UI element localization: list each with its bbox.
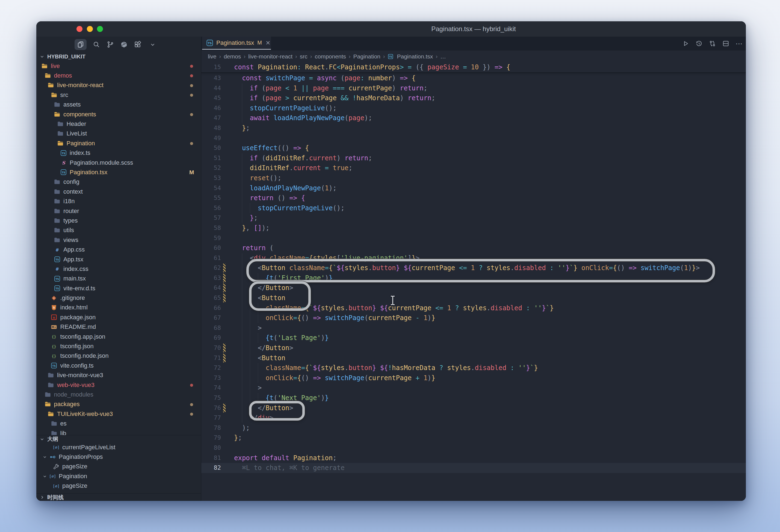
code-line-71[interactable]: 71 <Button <box>201 353 746 363</box>
tree-item[interactable]: 5index.html <box>36 303 201 312</box>
outline-item[interactable]: PaginationProps <box>36 452 201 462</box>
breadcrumb-item[interactable]: demos <box>224 53 241 60</box>
breadcrumb[interactable]: live›demos›live-monitor-react›src›compon… <box>201 51 746 62</box>
tree-item[interactable]: {}tsconfig.node.json <box>36 351 201 361</box>
code-line-43[interactable]: 43 const switchPage = async (page: numbe… <box>201 73 746 83</box>
history-icon[interactable] <box>695 40 703 47</box>
code-line-57[interactable]: 57 }; <box>201 213 746 223</box>
outline-tree[interactable]: [∅]currentPageLiveListPaginationPropspag… <box>36 442 201 493</box>
tree-item[interactable]: i18n <box>36 196 201 206</box>
tree-item[interactable]: Header <box>36 119 201 129</box>
open-changes-icon[interactable] <box>709 40 716 47</box>
tree-item[interactable]: #index.css <box>36 264 201 274</box>
code-line-72[interactable]: 72 className={`${styles.button} ${!hasMo… <box>201 363 746 373</box>
outline-item[interactable]: [∅]currentPageLiveList <box>36 442 201 452</box>
code-line-81[interactable]: 81export default Pagination; <box>201 453 746 463</box>
search-icon[interactable] <box>90 39 102 50</box>
tree-item[interactable]: Pagination <box>36 139 201 148</box>
tree-item[interactable]: utils <box>36 226 201 235</box>
more-views-chevron-icon[interactable] <box>147 39 159 50</box>
code-line-69[interactable]: 69 {t('Last Page')} <box>201 333 746 343</box>
tree-item[interactable]: live <box>36 61 201 71</box>
sticky-scroll-line[interactable]: 15const Pagination: React.FC<PaginationP… <box>201 62 746 73</box>
source-control-icon[interactable] <box>104 39 116 50</box>
tree-item[interactable]: SPagination.module.scss <box>36 158 201 167</box>
tree-item[interactable]: TSmain.tsx <box>36 274 201 284</box>
code-line-44[interactable]: 44 if (page < 1 || page === currentPage)… <box>201 83 746 93</box>
references-cube-icon[interactable] <box>118 39 130 50</box>
code-line-67[interactable]: 67 onClick={() => switchPage(currentPage… <box>201 313 746 323</box>
code-line-64[interactable]: 64 </Button> <box>201 283 746 293</box>
tab-pagination-tsx[interactable]: TS Pagination.tsx M × <box>202 37 271 50</box>
tree-item[interactable]: TSPagination.tsxM <box>36 167 201 177</box>
outline-item[interactable]: [∅]pageSize <box>36 481 201 491</box>
code-line-73[interactable]: 73 onClick={() => switchPage(currentPage… <box>201 373 746 383</box>
tree-item[interactable]: config <box>36 177 201 187</box>
tree-item[interactable]: live-monitor-react <box>36 81 201 90</box>
breadcrumb-item[interactable]: … <box>440 53 446 60</box>
code-line-62[interactable]: 62 <Button className={`${styles.button} … <box>201 263 746 273</box>
tree-item[interactable]: lib <box>36 429 201 435</box>
code-line-45[interactable]: 45 if (page > currentPage && !hasMoreDat… <box>201 93 746 103</box>
breadcrumb-item[interactable]: components <box>314 53 346 60</box>
outline-section-header[interactable]: 大纲 <box>36 435 201 443</box>
code-line-63[interactable]: 63 {t('First Page')} <box>201 273 746 283</box>
outline-item[interactable]: [∅]Pagination <box>36 471 201 481</box>
code-line-59[interactable]: 59 <box>201 233 746 243</box>
code-line-53[interactable]: 53 reset(); <box>201 173 746 183</box>
code-line-70[interactable]: 70 </Button> <box>201 343 746 353</box>
tree-item[interactable]: {}tsconfig.app.json <box>36 332 201 341</box>
outline-item[interactable]: pageSize <box>36 462 201 471</box>
breadcrumb-item[interactable]: live-monitor-react <box>248 53 293 60</box>
zoom-window-button[interactable] <box>97 26 103 32</box>
code-line-51[interactable]: 51 if (didInitRef.current) return; <box>201 153 746 163</box>
tree-item[interactable]: types <box>36 216 201 225</box>
code-line-47[interactable]: 47 await loadAndPlayNewPage(page); <box>201 113 746 123</box>
split-editor-icon[interactable] <box>722 40 729 47</box>
tree-item[interactable]: packages <box>36 399 201 409</box>
code-line-58[interactable]: 58 }, []); <box>201 223 746 233</box>
code-line-79[interactable]: 79}; <box>201 433 746 443</box>
code-line-55[interactable]: 55 return () => { <box>201 193 746 203</box>
code-line-76[interactable]: 76 </Button> <box>201 403 746 413</box>
run-icon[interactable] <box>682 40 689 47</box>
code-line-75[interactable]: 75 {t('Next Page')} <box>201 393 746 403</box>
tree-item[interactable]: TSvite.config.ts <box>36 361 201 370</box>
extensions-icon[interactable] <box>132 39 144 50</box>
file-tree[interactable]: livedemoslive-monitor-reactsrcassetscomp… <box>36 61 201 435</box>
close-window-button[interactable] <box>77 26 83 32</box>
tree-item[interactable]: TUILiveKit-web-vue3 <box>36 409 201 419</box>
close-tab-icon[interactable]: × <box>266 39 270 47</box>
tree-item[interactable]: TSApp.tsx <box>36 254 201 264</box>
tree-item[interactable]: views <box>36 235 201 245</box>
code-line-78[interactable]: 78 ); <box>201 423 746 433</box>
tree-item[interactable]: web-vite-vue3 <box>36 380 201 390</box>
code-line-80[interactable]: 80 <box>201 443 746 453</box>
tree-item[interactable]: node_modules <box>36 390 201 399</box>
title-bar[interactable]: Pagination.tsx — hybrid_uikit <box>36 21 746 37</box>
tree-item[interactable]: src <box>36 90 201 100</box>
code-line-61[interactable]: 61 <div className={styles['live-paginati… <box>201 253 746 263</box>
code-line-52[interactable]: 52 didInitRef.current = true; <box>201 163 746 173</box>
timeline-section-header[interactable]: 时间线 <box>36 493 201 501</box>
tree-item[interactable]: es <box>36 419 201 428</box>
tree-item[interactable]: M↓README.md <box>36 322 201 332</box>
tree-item[interactable]: live-monitor-vue3 <box>36 371 201 380</box>
code-line-68[interactable]: 68 > <box>201 323 746 333</box>
tree-item[interactable]: LiveList <box>36 129 201 139</box>
minimize-window-button[interactable] <box>87 26 93 32</box>
tree-item[interactable]: components <box>36 109 201 119</box>
code-line-77[interactable]: 77 </div> <box>201 413 746 423</box>
tree-item[interactable]: npackage.json <box>36 312 201 322</box>
explorer-section-header[interactable]: HYBRID_UIKIT <box>36 52 201 61</box>
code-line-74[interactable]: 74 > <box>201 383 746 393</box>
code-line-15[interactable]: 15const Pagination: React.FC<PaginationP… <box>201 62 746 72</box>
code-line-66[interactable]: 66 className={`${styles.button} ${curren… <box>201 303 746 313</box>
breadcrumb-item[interactable]: live <box>208 53 216 60</box>
code-line-82[interactable]: 82⌘L to chat, ⌘K to generate <box>201 463 746 473</box>
code-line-48[interactable]: 48 }; <box>201 123 746 133</box>
code-line-50[interactable]: 50 useEffect(() => { <box>201 143 746 153</box>
more-actions-icon[interactable]: ⋯ <box>735 42 743 45</box>
tree-item[interactable]: .gitignore <box>36 293 201 303</box>
tree-item[interactable]: TSindex.ts <box>36 148 201 158</box>
